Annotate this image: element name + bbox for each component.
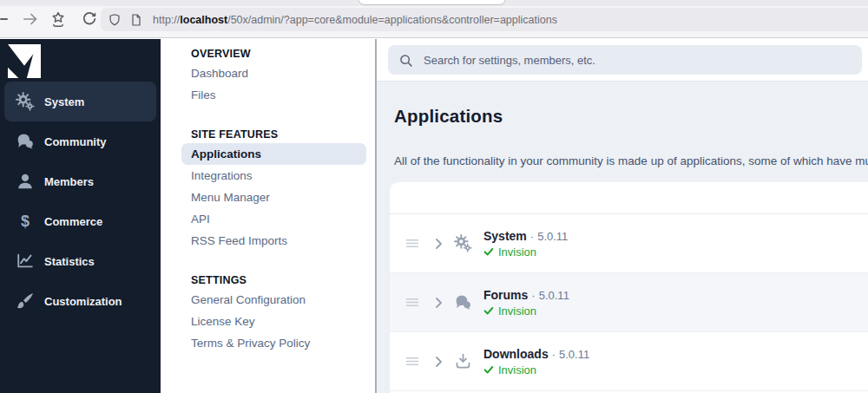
menu-section-site-features: SITE FEATURES Applications Integrations …: [161, 125, 375, 252]
menu-heading: OVERVIEW: [161, 44, 375, 62]
sidebar-item-system[interactable]: System: [4, 82, 156, 121]
invision-logo[interactable]: [8, 43, 41, 80]
menu-section-settings: SETTINGS General Configuration License K…: [161, 271, 375, 354]
app-row-system[interactable]: System·5.0.11 Invision: [390, 214, 868, 273]
url-domain: localhost: [180, 14, 227, 26]
sidebar-item-label: Commerce: [44, 215, 102, 228]
sidebar-item-customization[interactable]: Customization: [4, 281, 156, 321]
separator: ·: [552, 348, 556, 361]
line-chart-icon: [16, 252, 35, 271]
menu-link-dashboard[interactable]: Dashboard: [181, 62, 366, 84]
applications-card-header: [390, 182, 868, 214]
menu-link-rss-feed-imports[interactable]: RSS Feed Imports: [181, 230, 366, 252]
gears-icon: [454, 234, 472, 252]
app-author: Invision: [498, 246, 536, 259]
person-icon: [16, 172, 35, 191]
sidebar-item-label: Customization: [44, 295, 122, 308]
sidebar-item-label: System: [44, 95, 84, 108]
app-version: 5.0.11: [537, 230, 568, 243]
page-info-icon[interactable]: [129, 13, 143, 27]
applications-card: System·5.0.11 Invision: [390, 182, 868, 393]
sidebar-item-statistics[interactable]: Statistics: [4, 241, 156, 281]
menu-link-integrations[interactable]: Integrations: [181, 165, 366, 187]
main-content: Applications All of the functionality in…: [377, 39, 868, 393]
sidebar-item-commerce[interactable]: $ Commerce: [4, 201, 156, 241]
browser-toolbar: http://localhost/50x/admin/?app=core&mod…: [0, 0, 868, 38]
secondary-menu: OVERVIEW Dashboard Files SITE FEATURES A…: [161, 39, 377, 393]
forward-icon[interactable]: [22, 10, 39, 28]
drag-handle-icon[interactable]: [405, 297, 419, 308]
menu-link-menu-manager[interactable]: Menu Manager: [181, 187, 366, 208]
check-icon: [483, 364, 494, 375]
separator: ·: [531, 289, 535, 302]
check-icon: [483, 246, 494, 257]
menu-link-files[interactable]: Files: [181, 84, 366, 106]
sidebar-item-label: Statistics: [44, 255, 95, 268]
app-name: Forums: [483, 288, 528, 302]
sidebar-item-community[interactable]: Community: [4, 121, 156, 161]
app-row-text: Forums·5.0.11 Invision: [483, 288, 569, 318]
chat-bubbles-icon: [16, 132, 35, 151]
menu-link-api[interactable]: API: [181, 208, 366, 230]
gears-icon: [16, 92, 35, 111]
chevron-right-icon[interactable]: [434, 297, 444, 309]
menu-heading: SETTINGS: [161, 271, 375, 289]
chevron-right-icon[interactable]: [434, 238, 444, 250]
chevron-right-icon[interactable]: [434, 356, 444, 368]
drag-handle-icon[interactable]: [405, 356, 419, 367]
app-name: System: [483, 229, 527, 243]
page-title: Applications: [394, 106, 503, 127]
app-version: 5.0.11: [539, 289, 569, 302]
url-bar[interactable]: http://localhost/50x/admin/?app=core&mod…: [101, 8, 868, 31]
check-icon: [483, 305, 494, 316]
app-row-text: System·5.0.11 Invision: [483, 229, 568, 259]
url-text: http://localhost/50x/admin/?app=core&mod…: [153, 14, 557, 26]
url-path: /50x/admin/?app=core&module=applications…: [227, 14, 557, 26]
download-icon: [454, 352, 472, 370]
url-prefix: http://: [153, 14, 180, 26]
app-version: 5.0.11: [559, 348, 589, 361]
app-author: Invision: [498, 364, 536, 377]
drag-handle-icon[interactable]: [405, 238, 419, 249]
menu-heading: SITE FEATURES: [161, 125, 375, 143]
app-row-text: Downloads·5.0.11 Invision: [483, 347, 589, 377]
app-row-downloads[interactable]: Downloads·5.0.11 Invision: [390, 332, 868, 391]
admin-search[interactable]: [388, 45, 862, 75]
dollar-icon: $: [16, 212, 35, 231]
paintbrush-icon: [16, 291, 35, 311]
menu-link-terms-privacy-policy[interactable]: Terms & Privacy Policy: [181, 332, 366, 354]
search-input[interactable]: [422, 53, 852, 68]
menu-link-general-configuration[interactable]: General Configuration: [181, 289, 366, 311]
browser-tab[interactable]: [358, 0, 506, 5]
primary-sidebar: System Community: [0, 39, 161, 393]
page-description: All of the functionality in your communi…: [394, 154, 868, 167]
refresh-icon[interactable]: [81, 10, 98, 28]
back-button[interactable]: [0, 18, 8, 20]
chat-bubbles-icon: [454, 293, 472, 311]
separator: ·: [530, 230, 534, 243]
primary-nav: System Community: [0, 82, 161, 321]
menu-link-applications[interactable]: Applications: [181, 143, 366, 165]
shield-icon[interactable]: [108, 13, 122, 27]
sidebar-item-members[interactable]: Members: [4, 161, 156, 201]
menu-section-overview: OVERVIEW Dashboard Files: [161, 44, 375, 106]
app-author: Invision: [498, 305, 536, 318]
menu-link-license-key[interactable]: License Key: [181, 311, 366, 332]
star-badge-icon[interactable]: [49, 10, 67, 28]
app-row-forums[interactable]: Forums·5.0.11 Invision: [390, 273, 868, 332]
app-name: Downloads: [483, 347, 549, 361]
search-icon: [398, 53, 413, 68]
sidebar-item-label: Members: [44, 175, 94, 188]
main-header: [377, 39, 868, 82]
sidebar-item-label: Community: [44, 135, 107, 148]
admin-app: System Community: [0, 39, 868, 393]
